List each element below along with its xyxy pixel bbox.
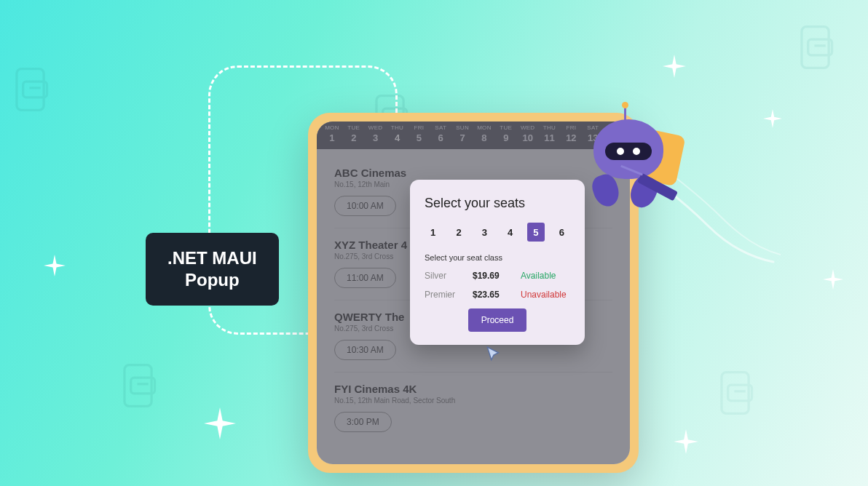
bg-ticket-icon [794, 22, 845, 73]
seat-class-label: Select your seat class [425, 253, 570, 262]
seat-class-row[interactable]: Silver$19.69Available [425, 271, 570, 281]
sparkle-icon [674, 429, 698, 454]
sparkle-icon [823, 269, 843, 290]
bg-ticket-icon [714, 367, 765, 418]
class-name: Premier [425, 290, 473, 300]
svg-rect-0 [17, 69, 44, 111]
bg-ticket-icon [117, 360, 167, 411]
class-price: $19.69 [473, 271, 521, 281]
svg-rect-9 [802, 27, 829, 68]
bg-ticket-icon [9, 64, 60, 115]
seat-class-row[interactable]: Premier$23.65Unavailable [425, 290, 570, 300]
svg-rect-3 [125, 365, 151, 407]
sparkle-icon [204, 407, 236, 439]
sparkle-icon [663, 55, 686, 78]
sparkle-icon [44, 255, 66, 276]
seat-number[interactable]: 4 [502, 223, 518, 242]
svg-rect-12 [722, 373, 749, 414]
popup-title: Select your seats [425, 196, 570, 211]
cursor-icon [484, 346, 503, 364]
seat-number-row: 123456 [425, 223, 570, 242]
proceed-button[interactable]: Proceed [468, 308, 527, 332]
label-line1: .NET MAUI [167, 248, 257, 268]
class-name: Silver [425, 271, 473, 281]
seat-number[interactable]: 1 [425, 223, 441, 242]
seat-number[interactable]: 5 [527, 223, 544, 242]
label-line2: Popup [185, 270, 240, 290]
class-status: Available [521, 271, 556, 281]
robot-mascot [551, 87, 704, 240]
sparkle-icon [763, 109, 782, 128]
seat-number[interactable]: 3 [476, 223, 493, 242]
seat-number[interactable]: 2 [450, 223, 467, 242]
feature-label: .NET MAUI Popup [146, 233, 279, 306]
class-status: Unavailable [521, 290, 567, 300]
class-price: $23.65 [473, 290, 521, 300]
